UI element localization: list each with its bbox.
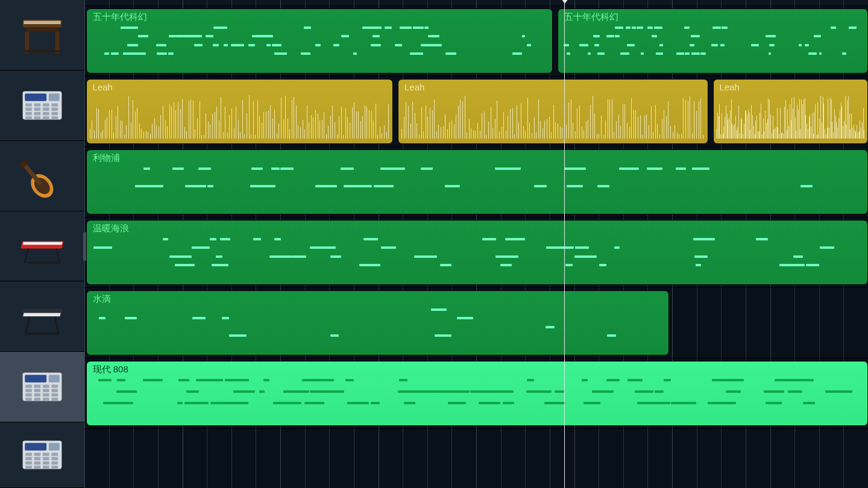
waveform [89, 98, 391, 139]
timeline-ruler[interactable] [84, 0, 868, 6]
svg-rect-11 [43, 103, 49, 106]
track-lane-3[interactable]: 利物浦 [84, 147, 868, 217]
track-lane-7[interactable] [84, 429, 868, 488]
svg-rect-51 [51, 398, 58, 401]
svg-rect-16 [51, 107, 58, 110]
svg-rect-13 [25, 107, 32, 110]
svg-rect-21 [25, 116, 32, 119]
svg-rect-8 [49, 93, 60, 101]
midi-notes [90, 377, 864, 422]
clip-label: 温暖海浪 [93, 223, 129, 234]
svg-rect-37 [34, 385, 41, 388]
clip-label: Leah [404, 82, 424, 92]
organ-icon [15, 8, 69, 62]
svg-rect-43 [51, 389, 58, 392]
svg-rect-23 [43, 116, 49, 119]
clip-label: Leah [93, 82, 113, 92]
svg-rect-68 [34, 466, 41, 469]
track-lane-5[interactable]: 水滴 [84, 288, 868, 358]
svg-rect-14 [34, 107, 41, 110]
svg-rect-39 [51, 385, 58, 388]
svg-rect-1 [24, 21, 60, 24]
clip-region[interactable]: 利物浦 [86, 149, 868, 214]
track-lane-1[interactable]: 五十年代科幻五十年代科幻 [84, 6, 868, 77]
svg-rect-30 [23, 242, 63, 245]
waveform [401, 98, 705, 139]
svg-rect-7 [25, 93, 46, 101]
clip-label: 水滴 [93, 293, 111, 305]
clip-region[interactable]: 水滴 [86, 290, 669, 355]
svg-rect-58 [51, 452, 58, 455]
clip-region[interactable]: 现代 808 [86, 361, 868, 426]
track-lane-4[interactable]: 温暖海浪 [84, 217, 868, 288]
svg-rect-64 [34, 461, 41, 465]
svg-rect-35 [49, 375, 60, 383]
track-lane-6[interactable]: 现代 808 [84, 358, 868, 429]
svg-rect-42 [43, 389, 49, 392]
svg-rect-55 [25, 452, 32, 455]
svg-rect-65 [43, 461, 49, 465]
svg-rect-10 [34, 103, 41, 106]
track-header-7[interactable] [0, 422, 84, 488]
waveform [716, 98, 865, 139]
clip-label: 五十年代科幻 [93, 11, 147, 23]
clip-label: 利物浦 [93, 152, 120, 164]
midi-notes [90, 307, 665, 351]
svg-rect-62 [51, 457, 58, 460]
svg-rect-70 [51, 466, 58, 469]
clip-region[interactable]: Leah [398, 79, 708, 144]
svg-rect-38 [43, 385, 49, 388]
svg-rect-17 [25, 112, 32, 115]
svg-rect-2 [26, 27, 58, 31]
bass-guitar-icon [15, 149, 69, 203]
track-header-1[interactable] [0, 0, 84, 70]
svg-rect-66 [51, 461, 58, 465]
svg-rect-22 [34, 116, 41, 119]
track-header-list [0, 0, 84, 488]
svg-rect-40 [25, 389, 32, 392]
clip-region[interactable]: 温暖海浪 [86, 220, 868, 285]
svg-rect-53 [25, 443, 46, 451]
svg-rect-9 [25, 103, 32, 106]
svg-rect-36 [25, 385, 32, 388]
daw-arrange-view: 五十年代科幻五十年代科幻 LeahLeahLeah 利物浦 温暖海浪 水滴 现代… [0, 0, 868, 488]
svg-rect-18 [34, 112, 41, 115]
svg-rect-49 [34, 398, 41, 401]
svg-rect-69 [43, 466, 49, 469]
clip-region[interactable]: 五十年代科幻 [86, 8, 553, 74]
midi-notes [562, 25, 864, 69]
svg-rect-67 [25, 466, 32, 469]
svg-rect-24 [51, 116, 58, 119]
svg-rect-19 [43, 112, 49, 115]
track-header-3[interactable] [0, 141, 84, 211]
drum-machine-icon [15, 78, 69, 133]
svg-rect-61 [43, 457, 49, 460]
svg-rect-5 [25, 50, 60, 52]
svg-rect-54 [49, 443, 60, 451]
midi-notes [90, 236, 864, 281]
drum-machine-icon [15, 360, 69, 414]
track-header-2[interactable] [0, 70, 84, 141]
svg-rect-20 [51, 112, 58, 115]
track-header-4[interactable] [0, 211, 84, 282]
track-header-6[interactable] [0, 352, 84, 422]
drum-machine-icon [15, 428, 69, 482]
svg-rect-56 [34, 452, 41, 455]
arrange-area[interactable]: 五十年代科幻五十年代科幻 LeahLeahLeah 利物浦 温暖海浪 水滴 现代… [84, 0, 868, 488]
clip-label: Leah [720, 82, 740, 92]
track-header-5[interactable] [0, 281, 84, 352]
clip-label: 五十年代科幻 [564, 11, 618, 23]
clip-region[interactable]: Leah [713, 79, 868, 144]
svg-rect-59 [25, 457, 32, 460]
svg-rect-47 [51, 393, 58, 396]
svg-rect-63 [25, 461, 32, 465]
midi-notes [90, 25, 549, 69]
svg-rect-60 [34, 457, 41, 460]
clip-region[interactable]: 五十年代科幻 [558, 8, 868, 74]
track-lane-2[interactable]: LeahLeahLeah [84, 77, 868, 147]
svg-rect-46 [43, 393, 49, 396]
svg-rect-50 [43, 398, 49, 401]
svg-rect-45 [34, 393, 41, 396]
clip-region[interactable]: Leah [86, 79, 394, 144]
e-piano-icon [15, 289, 69, 343]
